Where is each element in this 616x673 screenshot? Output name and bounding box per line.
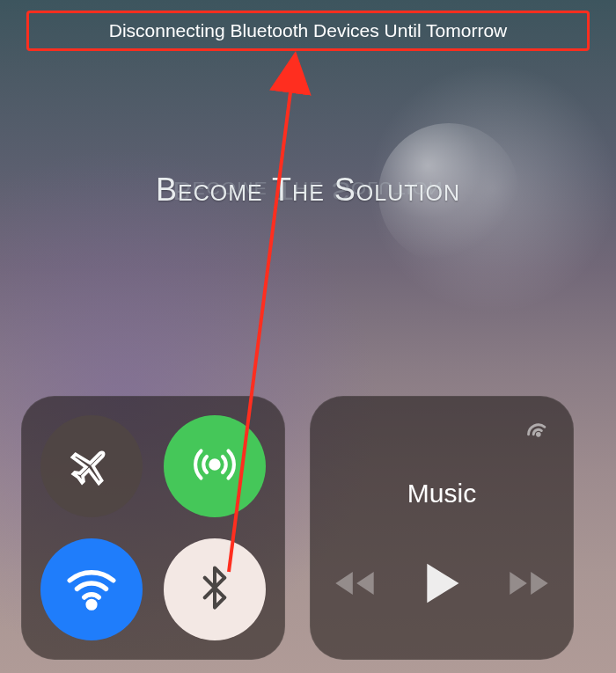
svg-point-0 [210,460,218,468]
forward-icon [506,566,552,604]
status-banner-text: Disconnecting Bluetooth Devices Until To… [109,20,507,41]
cellular-icon [187,437,242,495]
connectivity-tile[interactable] [21,396,285,660]
music-title: Music [329,479,554,508]
svg-point-1 [88,601,95,608]
status-banner: Disconnecting Bluetooth Devices Until To… [26,11,590,51]
bluetooth-toggle[interactable] [164,538,266,640]
wifi-toggle[interactable] [40,538,143,640]
airplane-mode-toggle[interactable] [40,415,143,517]
music-tile[interactable]: Music [310,396,574,660]
airplane-icon [67,440,116,493]
svg-point-2 [537,433,539,435]
bluetooth-icon [191,564,238,615]
wifi-icon [62,559,121,620]
play-button[interactable] [422,561,462,609]
airplay-icon[interactable] [521,417,551,450]
rewind-icon [332,566,378,604]
forward-button[interactable] [506,566,552,604]
play-icon [422,561,462,609]
rewind-button[interactable] [332,566,378,604]
cellular-data-toggle[interactable] [164,415,266,517]
